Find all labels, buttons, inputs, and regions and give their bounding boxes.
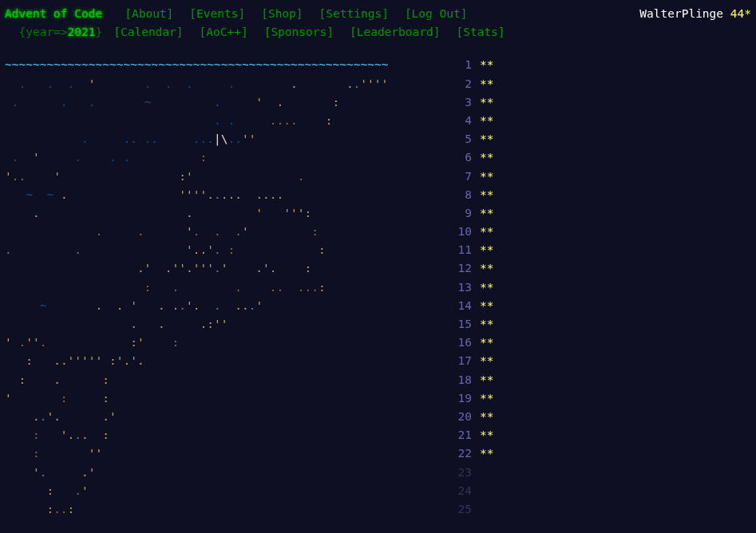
day-art: .' .''.'''.' .'. :	[5, 259, 448, 278]
day-stars: **	[480, 444, 502, 463]
calendar-day-1[interactable]: ~~~~~~~~~~~~~~~~~~~~~~~~~~~~~~~~~~~~~~~~…	[5, 56, 751, 74]
calendar-day-4[interactable]: . . .... : 4**	[5, 112, 751, 130]
nav-events[interactable]: [Events]	[189, 5, 245, 23]
day-art: : ..''''' :'.'.	[5, 352, 448, 370]
day-art: '. .'	[5, 464, 448, 482]
calendar-day-19[interactable]: ' : : 19**	[5, 389, 751, 408]
day-stars: **	[480, 371, 502, 389]
day-stars: **	[480, 186, 502, 204]
calendar-day-6[interactable]: . ' . . . : 6**	[5, 148, 751, 167]
day-number: 12	[448, 259, 480, 278]
nav-about[interactable]: [About]	[125, 5, 173, 23]
day-stars: **	[480, 112, 502, 130]
day-number: 3	[448, 93, 480, 112]
day-stars: **	[480, 168, 502, 186]
day-art: . . '..'. : :	[5, 241, 448, 259]
calendar-day-25[interactable]: :..: 25	[5, 500, 751, 519]
day-number: 14	[448, 297, 480, 315]
day-stars: **	[480, 315, 502, 334]
day-number: 8	[448, 186, 480, 204]
calendar-day-7[interactable]: '.. ' :' . 7**	[5, 168, 751, 186]
calendar-day-3[interactable]: . . . ~ . ' . : 3**	[5, 93, 751, 112]
day-stars: **	[480, 204, 502, 223]
event-year[interactable]: {year=>2021}	[5, 23, 102, 41]
site-title[interactable]: Advent of Code	[5, 5, 102, 23]
calendar-day-5[interactable]: . .. .. ...|\..'' 5**	[5, 130, 751, 148]
day-art: . ' . . . :	[5, 148, 448, 167]
star-count: 44*	[730, 7, 751, 20]
day-art: : ''	[5, 444, 448, 463]
calendar-day-17[interactable]: : ..''''' :'.'. 17**	[5, 352, 751, 370]
calendar-day-11[interactable]: . . '..'. : : 11**	[5, 241, 751, 259]
day-stars: **	[480, 259, 502, 278]
day-art: ~ ~ . ''''..... ....	[5, 186, 448, 204]
calendar-day-13[interactable]: : . . .. ...: 13**	[5, 278, 751, 297]
nav-settings[interactable]: [Settings]	[319, 5, 389, 23]
calendar-day-24[interactable]: : .' 24	[5, 482, 751, 500]
day-number: 10	[448, 223, 480, 241]
day-art: ' .''. :' :	[5, 334, 448, 352]
day-art: . . .... :	[5, 112, 448, 130]
calendar-day-20[interactable]: ..'. .' 20**	[5, 408, 751, 426]
calendar-day-9[interactable]: . . ' ''': 9**	[5, 204, 751, 223]
day-art: : . :	[5, 371, 448, 389]
day-art: : .'	[5, 482, 448, 500]
calendar: ~~~~~~~~~~~~~~~~~~~~~~~~~~~~~~~~~~~~~~~~…	[5, 56, 751, 519]
day-art: . . '. . .' :	[5, 223, 448, 241]
calendar-day-18[interactable]: : . : 18**	[5, 371, 751, 389]
day-number: 19	[448, 389, 480, 408]
calendar-day-14[interactable]: ~ . . ' . ..'. . ...' 14**	[5, 297, 751, 315]
day-number: 20	[448, 408, 480, 426]
day-number: 13	[448, 278, 480, 297]
day-art: . . ' ''':	[5, 204, 448, 223]
day-number: 11	[448, 241, 480, 259]
day-number: 16	[448, 334, 480, 352]
day-number: 9	[448, 204, 480, 223]
nav-bottom: [Calendar] [AoC++] [Sponsors] [Leaderboa…	[113, 23, 751, 41]
calendar-day-12[interactable]: .' .''.'''.' .'. : 12**	[5, 259, 751, 278]
day-number: 1	[448, 56, 480, 74]
day-art: ..'. .'	[5, 408, 448, 426]
day-stars: **	[480, 130, 502, 148]
day-stars: **	[480, 426, 502, 444]
nav-logout[interactable]: [Log Out]	[405, 5, 468, 23]
nav-shop[interactable]: [Shop]	[261, 5, 303, 23]
day-art: ~~~~~~~~~~~~~~~~~~~~~~~~~~~~~~~~~~~~~~~~…	[5, 56, 448, 74]
calendar-day-16[interactable]: ' .''. :' : 16**	[5, 334, 751, 352]
calendar-day-15[interactable]: . . .:'' 15**	[5, 315, 751, 334]
day-stars	[480, 464, 502, 482]
calendar-day-22[interactable]: : '' 22**	[5, 444, 751, 463]
calendar-day-23[interactable]: '. .' 23	[5, 464, 751, 482]
nav-top: [About] [Events] [Shop] [Settings] [Log …	[125, 5, 639, 23]
nav-aocpp[interactable]: [AoC++]	[200, 23, 248, 41]
day-stars: **	[480, 75, 502, 93]
day-number: 5	[448, 130, 480, 148]
day-stars: **	[480, 389, 502, 408]
day-stars: **	[480, 148, 502, 167]
day-art: '.. ' :' .	[5, 168, 448, 186]
day-stars: **	[480, 93, 502, 112]
calendar-day-8[interactable]: ~ ~ . ''''..... .... 8**	[5, 186, 751, 204]
day-number: 25	[448, 500, 480, 519]
day-art: . . .:''	[5, 315, 448, 334]
nav-calendar[interactable]: [Calendar]	[113, 23, 183, 41]
day-art: . .. .. ...|\..''	[5, 130, 448, 148]
day-art: : . . .. ...:	[5, 278, 448, 297]
day-number: 23	[448, 464, 480, 482]
day-number: 21	[448, 426, 480, 444]
day-art: . . . ' . . . . . ..''''	[5, 75, 448, 93]
day-stars: **	[480, 352, 502, 370]
calendar-day-2[interactable]: . . . ' . . . . . ..''''2**	[5, 75, 751, 93]
day-number: 6	[448, 148, 480, 167]
calendar-day-10[interactable]: . . '. . .' : 10**	[5, 223, 751, 241]
day-number: 22	[448, 444, 480, 463]
nav-leaderboard[interactable]: [Leaderboard]	[350, 23, 441, 41]
day-number: 2	[448, 75, 480, 93]
day-number: 15	[448, 315, 480, 334]
day-art: : '... :	[5, 426, 448, 444]
nav-sponsors[interactable]: [Sponsors]	[264, 23, 334, 41]
day-stars: **	[480, 278, 502, 297]
day-number: 18	[448, 371, 480, 389]
calendar-day-21[interactable]: : '... : 21**	[5, 426, 751, 444]
nav-stats[interactable]: [Stats]	[456, 23, 505, 41]
